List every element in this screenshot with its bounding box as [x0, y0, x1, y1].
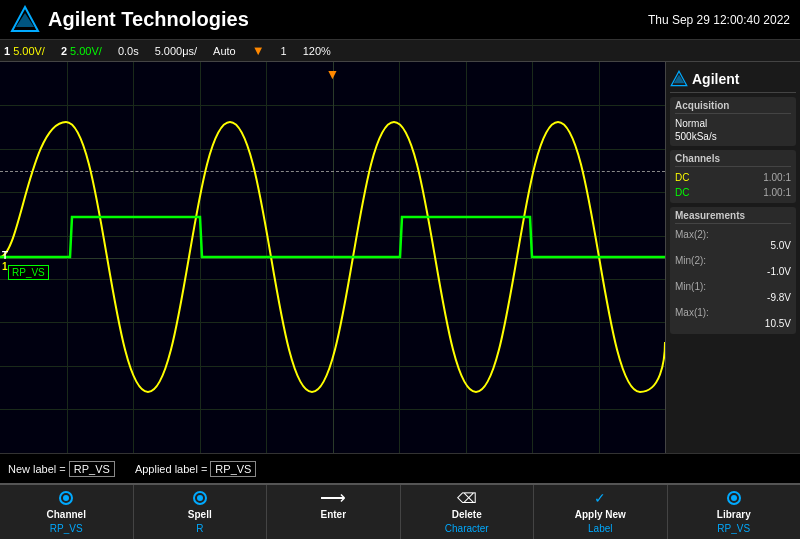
apply-btn-label-top: Apply New [575, 509, 626, 521]
toolbar: 1 5.00V/ 2 5.00V/ 0.0s 5.000μs/ Auto ▼ 1… [0, 40, 800, 62]
ch2-info-row: DC 1.00:1 [675, 185, 791, 200]
panel-logo-icon [670, 70, 688, 88]
trigger-marker: T [2, 250, 8, 261]
acquisition-section: Acquisition Normal 500kSa/s [670, 97, 796, 146]
ch2-probe-ratio: 1.00:1 [763, 187, 791, 198]
channel-btn-label: Channel [47, 509, 86, 521]
ch2-coupling: DC [675, 187, 689, 198]
apply-btn-label-bottom: Label [588, 523, 612, 535]
acquisition-mode: Normal [675, 118, 707, 129]
library-icon [725, 489, 743, 507]
zoom-level: 120% [303, 45, 331, 57]
library-button[interactable]: Library RP_VS [668, 485, 801, 539]
time-scale: 5.000μs/ [155, 45, 197, 57]
panel-brand: Agilent [670, 66, 796, 93]
measurements-section: Measurements Max(2): 5.0V Min(2): -1.0V … [670, 207, 796, 334]
ch1-info-row: DC 1.00:1 [675, 170, 791, 185]
channels-title: Channels [675, 153, 791, 167]
acquisition-rate: 500kSa/s [675, 131, 717, 142]
ch1-coupling: DC [675, 172, 689, 183]
ch2-scale-indicator: 2 5.00V/ [61, 45, 102, 57]
header: Agilent Technologies Thu Sep 29 12:00:40… [0, 0, 800, 40]
acquisition-title: Acquisition [675, 100, 791, 114]
new-label-value: RP_VS [69, 461, 115, 477]
enter-btn-value [332, 523, 335, 535]
meas-max1: Max(1): 10.5V [675, 305, 791, 331]
enter-icon: ⟶ [324, 489, 342, 507]
delete-btn-label-bottom: Character [445, 523, 489, 535]
new-label-display: New label = RP_VS [8, 461, 115, 477]
applied-label-prefix: Applied label = [135, 463, 207, 475]
scope-display: ▼ 1 T RP_VS [0, 62, 665, 453]
new-label-prefix: New label = [8, 463, 66, 475]
channel-icon [57, 489, 75, 507]
measurements-title: Measurements [675, 210, 791, 224]
ch1-ground-marker: 1 [2, 261, 8, 272]
library-btn-value: RP_VS [717, 523, 750, 535]
meas-max2: Max(2): 5.0V [675, 227, 791, 253]
header-left: Agilent Technologies [10, 5, 249, 35]
trigger-mode: Auto [213, 45, 236, 57]
agilent-logo-icon [10, 5, 40, 35]
acquisition-rate-row: 500kSa/s [675, 130, 791, 143]
ch1-scale-indicator: 1 5.00V/ [4, 45, 45, 57]
delete-character-button[interactable]: ⌫ Delete Character [401, 485, 535, 539]
panel-brand-name: Agilent [692, 71, 739, 87]
label-bar: New label = RP_VS Applied label = RP_VS [0, 453, 800, 483]
meas-min1: Min(1): -9.8V [675, 279, 791, 305]
app-title: Agilent Technologies [48, 8, 249, 31]
applied-label-value: RP_VS [210, 461, 256, 477]
channels-section: Channels DC 1.00:1 DC 1.00:1 [670, 150, 796, 203]
library-btn-label: Library [717, 509, 751, 521]
datetime-display: Thu Sep 29 12:00:40 2022 [648, 13, 790, 27]
right-panel: Agilent Acquisition Normal 500kSa/s Chan… [665, 62, 800, 453]
trigger-arrow-icon: ▼ [252, 43, 265, 58]
button-bar: Channel RP_VS Spell R ⟶ Enter ⌫ Delete C… [0, 483, 800, 539]
spell-btn-label: Spell [188, 509, 212, 521]
main-area: ▼ 1 T RP_VS Agilent Acquisition N [0, 62, 800, 453]
spell-button[interactable]: Spell R [134, 485, 268, 539]
apply-icon: ✓ [591, 489, 609, 507]
channel-button[interactable]: Channel RP_VS [0, 485, 134, 539]
ch1-probe-ratio: 1.00:1 [763, 172, 791, 183]
acquisition-mode-row: Normal [675, 117, 791, 130]
apply-new-label-button[interactable]: ✓ Apply New Label [534, 485, 668, 539]
enter-button[interactable]: ⟶ Enter [267, 485, 401, 539]
enter-btn-label: Enter [320, 509, 346, 521]
meas-min2: Min(2): -1.0V [675, 253, 791, 279]
time-position: 0.0s [118, 45, 139, 57]
trigger-level-num: 1 [281, 45, 287, 57]
spell-icon [191, 489, 209, 507]
waveform-display [0, 62, 665, 453]
channel-label-rp-vs: RP_VS [8, 265, 49, 280]
applied-label-display: Applied label = RP_VS [135, 461, 257, 477]
delete-icon: ⌫ [458, 489, 476, 507]
spell-btn-value: R [196, 523, 203, 535]
channel-btn-value: RP_VS [50, 523, 83, 535]
delete-btn-label-top: Delete [452, 509, 482, 521]
